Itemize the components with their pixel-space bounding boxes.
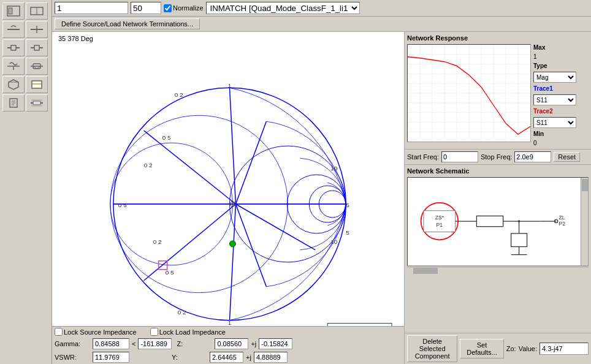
lock-source-label: Lock Source Impedance	[64, 328, 137, 336]
svg-text:ZL: ZL	[559, 214, 565, 221]
smith-chart-svg: 1 5 10 10 5 1 0 2 0 5 0 2 0 5 0 5 0 2 0 …	[52, 32, 404, 364]
toolbar-btn-6[interactable]	[26, 39, 48, 56]
toolbar-btn-8[interactable]	[26, 58, 48, 75]
y-imag-value: 4.88889	[254, 352, 288, 363]
svg-text:0 2: 0 2	[178, 309, 186, 316]
value-label: Value:	[519, 345, 537, 352]
gamma-label: Gamma:	[55, 340, 91, 347]
trace2-dropdown[interactable]: S11	[533, 117, 576, 128]
svg-text:0 2: 0 2	[175, 91, 183, 98]
schematic-title: Network Schematic	[407, 167, 589, 175]
trace1-label: Trace1	[533, 85, 589, 92]
toolbar-btn-3[interactable]	[2, 21, 25, 38]
z-imag-value: -0.15824	[259, 338, 292, 349]
svg-text:ZS*: ZS*	[435, 214, 444, 221]
stop-freq-label: Stop Freq:	[481, 153, 512, 161]
top-bar: Normalize INMATCH [Quad_Mode_ClassF_1_li…	[52, 0, 591, 17]
lock-load-label: Lock Load Impedance	[159, 328, 226, 336]
start-freq-input[interactable]	[441, 151, 478, 162]
type-dropdown[interactable]: Mag	[533, 72, 576, 83]
toolbar-btn-2[interactable]	[26, 2, 48, 20]
svg-text:5: 5	[346, 202, 349, 208]
y-real-value: 2.64465	[210, 352, 243, 363]
svg-text:5: 5	[346, 229, 349, 236]
gamma-value: 0.84588	[93, 338, 129, 349]
trace1-dropdown[interactable]: S11	[533, 94, 576, 105]
inmatch-dropdown[interactable]: INMATCH [Quad_Mode_ClassF_1_li1	[206, 2, 360, 14]
y-op: +j	[246, 354, 251, 361]
svg-text:10: 10	[330, 238, 338, 245]
lock-row: Lock Source Impedance Lock Load Impedanc…	[52, 327, 404, 337]
stop-freq-input[interactable]	[514, 151, 551, 162]
type-label: Type	[533, 63, 589, 69]
svg-text:10: 10	[330, 165, 338, 172]
min-label: Min	[533, 131, 589, 137]
toolbar-btn-1[interactable]	[2, 2, 25, 20]
svg-text:0 5: 0 5	[162, 134, 171, 141]
svg-text:0 2: 0 2	[153, 238, 162, 245]
toolbar-btn-5[interactable]	[2, 39, 25, 56]
trace2-label: Trace2	[533, 108, 589, 115]
z-real-value: 0.08560	[215, 338, 248, 349]
toolbar-btn-7[interactable]	[2, 58, 25, 75]
network-response-section: Network Response	[405, 32, 591, 150]
zo-input[interactable]	[540, 343, 589, 355]
input2[interactable]	[131, 2, 161, 14]
toolbar-btn-9[interactable]	[2, 76, 25, 93]
delete-button[interactable]: Delete Selected Component	[407, 335, 457, 362]
svg-point-58	[229, 241, 235, 247]
svg-text:P1: P1	[437, 222, 443, 228]
toolbar-btn-4[interactable]	[26, 21, 48, 38]
vswr-value: 11.9769	[93, 352, 129, 363]
define-button[interactable]: Define Source/Load Network Terminations.…	[55, 18, 200, 29]
bottom-buttons: Delete Selected Component Set Defaults..…	[405, 333, 591, 364]
left-toolbar	[0, 0, 52, 364]
svg-rect-26	[33, 101, 40, 105]
svg-rect-17	[32, 81, 42, 88]
z-label: Z:	[177, 340, 213, 347]
gamma-row: Gamma: 0.84588 < -161.889 Z: 0.08560 +j …	[52, 337, 404, 351]
defaults-button[interactable]: Set Defaults...	[460, 339, 504, 358]
svg-rect-93	[476, 216, 503, 226]
y-label: Y:	[172, 354, 208, 361]
angle-value: -161.889	[138, 338, 172, 349]
response-controls: Max 1 Type Mag Trace1 S11 Trace2	[533, 44, 589, 146]
max-label: Max	[533, 44, 589, 51]
toolbar-btn-12[interactable]	[26, 94, 48, 112]
vswr-label: VSWR:	[55, 354, 91, 361]
normalize-checkbox[interactable]	[164, 4, 172, 12]
angle-sep: <	[132, 340, 135, 347]
lock-source-cb[interactable]	[55, 328, 63, 336]
network-schematic-section: Network Schematic ZS* P1	[405, 165, 591, 333]
max-value: 1	[533, 53, 589, 60]
svg-rect-8	[11, 45, 16, 50]
second-bar: Define Source/Load Network Terminations.…	[52, 17, 591, 32]
toolbar-btn-11[interactable]	[2, 94, 25, 112]
svg-rect-1	[9, 8, 12, 14]
z-op: +j	[251, 340, 256, 347]
vswr-row: VSWR: 11.9769 Y: 2.64465 +j 4.88889	[52, 351, 404, 364]
reset-button[interactable]: Reset	[554, 152, 580, 162]
freq-bar: Start Freq: Stop Freq: Reset	[405, 150, 591, 165]
start-freq-label: Start Freq:	[407, 153, 439, 161]
svg-text:0 5: 0 5	[118, 202, 127, 208]
min-value: 0	[533, 140, 589, 146]
toolbar-btn-10[interactable]	[26, 76, 48, 93]
svg-rect-97	[511, 233, 527, 247]
normalize-label: Normalize	[173, 4, 204, 12]
response-chart	[407, 44, 531, 142]
lock-load-cb[interactable]	[150, 328, 158, 336]
svg-text:P2: P2	[559, 221, 565, 227]
input1[interactable]	[55, 2, 128, 14]
smith-chart-area: 35 378 Deg	[52, 32, 405, 364]
right-panel: Network Response	[405, 32, 591, 364]
svg-text:0 2: 0 2	[144, 162, 153, 169]
network-response-title: Network Response	[407, 34, 589, 42]
zo-label: Zo:	[506, 345, 516, 352]
